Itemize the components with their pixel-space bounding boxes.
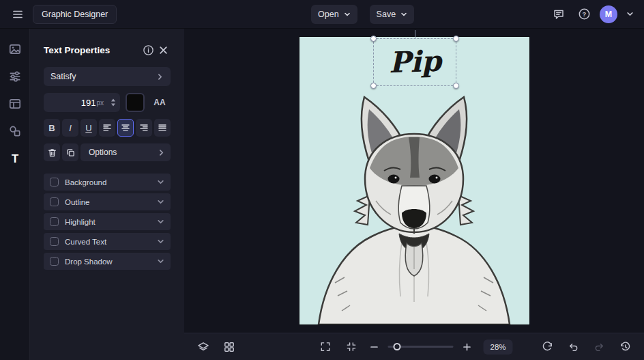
section-highlight[interactable]: Highlight bbox=[44, 213, 171, 230]
layers-button[interactable] bbox=[194, 337, 213, 357]
rail-text-tool[interactable]: T bbox=[5, 149, 25, 168]
panel-close-button[interactable] bbox=[156, 42, 171, 57]
section-outline[interactable]: Outline bbox=[44, 193, 171, 210]
grid-view-button[interactable] bbox=[220, 337, 239, 357]
chevron-down-icon bbox=[400, 11, 407, 18]
align-right-button[interactable] bbox=[136, 119, 152, 137]
open-button[interactable]: Open bbox=[311, 5, 357, 24]
bottom-toolbar: 28% bbox=[184, 333, 644, 360]
highlight-checkbox[interactable] bbox=[50, 217, 59, 226]
rail-graphics-tool[interactable] bbox=[5, 122, 25, 141]
rail-adjust-tool[interactable] bbox=[5, 67, 25, 86]
options-button[interactable]: Options bbox=[80, 143, 171, 161]
stepper-up-icon[interactable] bbox=[111, 99, 115, 102]
image-icon bbox=[8, 42, 22, 56]
text-tool-icon: T bbox=[8, 152, 22, 165]
delete-text-button[interactable] bbox=[44, 143, 60, 161]
layers-icon bbox=[197, 341, 209, 353]
align-center-button[interactable] bbox=[117, 119, 134, 137]
app-window: Graphic Designer Open Save ? bbox=[0, 0, 644, 360]
actual-size-button[interactable] bbox=[341, 337, 360, 357]
chevron-down-icon bbox=[344, 11, 351, 18]
font-size-stepper[interactable] bbox=[111, 99, 115, 107]
account-menu-button[interactable] bbox=[624, 5, 636, 24]
stepper-down-icon[interactable] bbox=[111, 104, 115, 107]
info-icon bbox=[143, 44, 154, 56]
save-button-label: Save bbox=[377, 10, 396, 19]
rail-layout-tool[interactable] bbox=[5, 94, 25, 113]
resize-handle-top-left[interactable] bbox=[370, 36, 377, 42]
outline-checkbox[interactable] bbox=[50, 197, 59, 206]
align-left-icon bbox=[102, 123, 112, 133]
chevron-down-icon bbox=[157, 238, 164, 245]
reset-button[interactable] bbox=[538, 337, 557, 357]
history-icon bbox=[619, 341, 631, 352]
align-left-button[interactable] bbox=[99, 119, 115, 137]
rotate-icon bbox=[542, 341, 553, 352]
background-checkbox[interactable] bbox=[50, 178, 59, 186]
zoom-slider[interactable] bbox=[387, 342, 453, 352]
resize-handle-top-right[interactable] bbox=[453, 36, 459, 42]
text-selection-box[interactable]: Pip bbox=[373, 38, 456, 86]
align-justify-icon bbox=[158, 123, 167, 133]
comment-icon bbox=[553, 8, 565, 20]
chevron-down-icon bbox=[157, 178, 164, 186]
zoom-level[interactable]: 28% bbox=[483, 340, 512, 355]
resize-handle-bottom-left[interactable] bbox=[370, 83, 377, 89]
chevron-down-icon bbox=[157, 218, 164, 225]
chevron-down-icon bbox=[626, 10, 634, 18]
hamburger-menu-button[interactable] bbox=[8, 5, 27, 24]
hamburger-icon bbox=[12, 8, 24, 20]
text-color-swatch[interactable] bbox=[126, 93, 145, 112]
undo-button[interactable] bbox=[564, 337, 583, 357]
align-justify-button[interactable] bbox=[154, 119, 171, 137]
section-background[interactable]: Background bbox=[44, 174, 171, 191]
collapse-icon bbox=[345, 341, 357, 352]
align-right-icon bbox=[139, 123, 149, 133]
app-title[interactable]: Graphic Designer bbox=[33, 5, 117, 24]
italic-button[interactable]: I bbox=[62, 119, 78, 137]
section-curved-text[interactable]: Curved Text bbox=[44, 233, 171, 250]
section-drop-shadow[interactable]: Drop Shadow bbox=[44, 253, 171, 270]
svg-text:T: T bbox=[11, 152, 18, 165]
design-canvas[interactable]: Pip bbox=[299, 37, 529, 324]
app-title-label: Graphic Designer bbox=[42, 10, 108, 19]
drop-shadow-checkbox[interactable] bbox=[50, 257, 59, 266]
letter-spacing-icon: AA bbox=[153, 98, 165, 107]
underline-button[interactable]: U bbox=[80, 119, 97, 137]
canvas-stage[interactable]: Pip bbox=[184, 29, 644, 333]
font-size-value: 191 bbox=[81, 98, 96, 108]
history-button[interactable] bbox=[615, 337, 634, 357]
user-avatar[interactable]: M bbox=[600, 5, 617, 23]
duplicate-text-button[interactable] bbox=[62, 143, 78, 161]
zoom-slider-handle[interactable] bbox=[393, 343, 400, 350]
trash-icon bbox=[47, 148, 57, 158]
zoom-out-button[interactable] bbox=[367, 337, 381, 357]
rail-image-tool[interactable] bbox=[5, 40, 25, 59]
bold-button[interactable]: B bbox=[44, 119, 60, 137]
grid-icon bbox=[223, 341, 235, 353]
minus-icon bbox=[369, 342, 379, 352]
resize-handle-bottom-right[interactable] bbox=[453, 83, 459, 89]
duplicate-icon bbox=[65, 148, 76, 158]
feedback-button[interactable] bbox=[549, 5, 568, 24]
curved-text-checkbox[interactable] bbox=[50, 237, 59, 246]
save-button[interactable]: Save bbox=[370, 5, 415, 24]
zoom-in-button[interactable] bbox=[460, 337, 473, 357]
layout-icon bbox=[8, 97, 22, 111]
panel-info-button[interactable] bbox=[141, 42, 156, 57]
font-size-input[interactable]: 191px bbox=[44, 93, 120, 112]
letter-spacing-button[interactable]: AA bbox=[150, 93, 169, 112]
avatar-initial: M bbox=[605, 10, 612, 19]
font-family-select[interactable]: Satisfy bbox=[44, 67, 171, 86]
rotation-handle[interactable] bbox=[415, 30, 415, 39]
shapes-icon bbox=[8, 124, 22, 138]
redo-button[interactable] bbox=[589, 337, 609, 357]
fit-screen-button[interactable] bbox=[315, 337, 334, 357]
help-button[interactable]: ? bbox=[574, 5, 594, 24]
chevron-right-icon bbox=[158, 149, 165, 156]
top-bar: Graphic Designer Open Save ? bbox=[0, 0, 644, 29]
panel-title: Text Properties bbox=[44, 45, 141, 55]
canvas-text[interactable]: Pip bbox=[388, 47, 441, 78]
svg-text:?: ? bbox=[582, 10, 586, 18]
